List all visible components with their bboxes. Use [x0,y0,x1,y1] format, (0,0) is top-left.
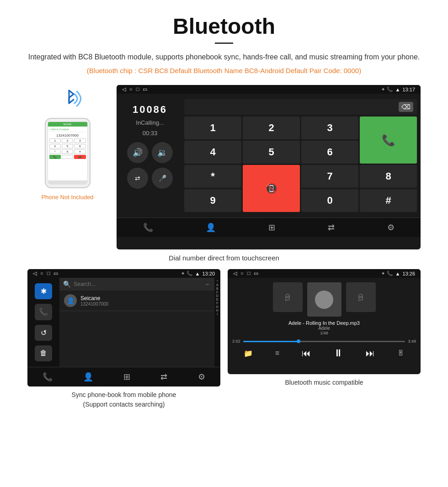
phonebook-search-row: 🔍 ← [59,278,214,291]
pb-sync-icon[interactable]: ↺ [35,325,52,341]
pb-nav-settings[interactable]: ⚙ [198,372,205,382]
key-8[interactable]: 8 [360,165,417,188]
key-hash[interactable]: # [360,189,417,212]
alpha-a: A [216,283,219,286]
phone-key-4: 4 [49,144,61,148]
phone-key-5: 5 [62,144,73,148]
phonebook-status-bar: ◁ ○ □ ▭ ⌖ 📞 ▲ 13:20 [27,269,220,278]
phonebook-search-input[interactable] [74,281,203,287]
volume-up-btn[interactable]: 🔊 [127,142,148,163]
pb-status-nav: ◁ ○ □ ▭ [33,270,58,276]
music-time-current: 2:02 [232,339,240,344]
in-calling-label: InCalling... [136,119,164,126]
contact-number: 13241007000 [80,302,210,307]
music-info: Adele - Rolling In the Deep.mp3 Adele 1/… [232,320,416,335]
key-0[interactable]: 0 [301,189,358,212]
nav-transfer-icon[interactable]: ⇄ [328,222,335,233]
dial-input-row: ⌫ [184,99,417,115]
music-status-time: 13:26 [402,271,415,276]
pb-status-time: 13:20 [202,271,215,276]
phone-key-hash: # [74,149,85,154]
phonebook-contact-item[interactable]: 👤 Seicane 13241007000 [59,291,214,311]
nav-contacts-icon[interactable]: 👤 [206,222,216,233]
music-caption: Bluetooth music compatible [285,378,363,387]
transfer-btn[interactable]: ⇄ [127,168,148,189]
contact-info: Seicane 13241007000 [80,295,210,307]
recents-nav-icon: □ [136,86,139,92]
music-artist: Adele [232,326,416,331]
album-art-left [273,282,303,312]
call-btn[interactable]: 📞 [360,116,417,164]
pb-recents-icon: □ [47,270,50,276]
progress-track[interactable] [243,341,405,342]
phonebook-caption: Sync phone-book from mobile phone(Suppor… [72,390,176,409]
pb-call-icon-btn[interactable]: 📞 [35,304,52,320]
pb-nav-contacts[interactable]: 👤 [83,372,93,382]
volume-down-btn[interactable]: 🔉 [152,142,173,163]
music-play-pause-icon[interactable]: ⏸ [333,347,343,359]
music-equalizer-icon[interactable]: 🎚 [397,349,405,357]
music-home-icon: ○ [240,270,244,276]
key-5[interactable]: 5 [243,141,300,164]
pb-bluetooth-icon[interactable]: ✱ [35,283,52,299]
status-bar: ◁ ○ □ ▭ ⌖ 📞 ▲ 13:17 [117,85,421,94]
phone-key-6: 6 [74,144,85,148]
phone-not-included-label: Phone Not Included [41,194,93,201]
phone-key-extra [62,155,73,159]
key-3[interactable]: 3 [301,116,358,139]
alpha-index: * A B C D E F G H I [214,278,220,367]
progress-bar: 2:02 3:49 [232,339,416,344]
music-folder-icon[interactable]: 📁 [244,349,253,358]
key-2[interactable]: 2 [243,116,300,139]
nav-grid-icon[interactable]: ⊞ [268,222,275,233]
music-next-icon[interactable]: ⏭ [366,348,375,359]
music-status-right: ⌖ 📞 ▲ 13:26 [382,270,415,276]
pb-nav-grid[interactable]: ⊞ [123,372,130,382]
phonebook-screenshot-box: ◁ ○ □ ▭ ⌖ 📞 ▲ 13:20 ✱ [27,269,220,409]
pb-nav-calls[interactable]: 📞 [43,372,53,382]
title-section: Bluetooth Integrated with BC8 Bluetooth … [27,14,421,76]
pb-back-arrow[interactable]: ← [205,281,211,287]
notification-icon: ▭ [143,86,147,92]
music-screenshot-box: ◁ ○ □ ▭ ⌖ 📞 ▲ 13:26 [228,269,421,409]
pb-delete-icon[interactable]: 🗑 [35,345,52,361]
nav-calls-icon[interactable]: 📞 [143,222,153,233]
backspace-btn[interactable]: ⌫ [399,102,413,112]
alpha-g: G [216,305,219,308]
nav-settings-icon[interactable]: ⚙ [387,222,395,233]
key-1[interactable]: 1 [184,116,241,139]
pb-call-icon: 📞 [187,270,193,276]
call-icon: 📞 [387,86,393,92]
phone-key-2: 2 [62,138,73,143]
music-list-icon[interactable]: ≡ [275,349,279,357]
progress-fill [243,341,300,342]
phone-key-1: 1 [49,138,61,143]
music-prev-icon[interactable]: ⏮ [302,348,311,359]
music-albums-row [232,282,416,317]
end-call-btn[interactable]: 📵 [243,165,300,212]
phone-screen-header: MORE [48,122,87,127]
key-7[interactable]: 7 [301,165,358,188]
status-right-icons: ⌖ 📞 ▲ 13:17 [382,86,415,92]
mic-btn[interactable]: 🎤 [152,168,173,189]
key-star[interactable]: * [184,165,241,188]
key-6[interactable]: 6 [301,141,358,164]
pb-nav-transfer[interactable]: ⇄ [160,372,167,382]
alpha-c: C [216,291,219,294]
location-icon: ⌖ [382,86,384,92]
pb-home-icon: ○ [40,270,43,276]
pb-notif-icon: ▭ [53,270,58,276]
pb-wifi-icon: ▲ [195,271,200,276]
key-9[interactable]: 9 [184,189,241,212]
music-notif-icon: ▭ [254,270,258,276]
add-contact-label: + Add to Contacts [49,128,86,132]
pb-search-icon: 🔍 [63,281,71,288]
alpha-f: F [216,302,219,305]
phone-key-star: * [49,149,61,154]
phone-key-end: 📵 [74,155,85,159]
phone-keypad-grid: 1 2 3 4 5 6 * 0 # 📞 📵 [49,138,86,159]
phonebook-sidebar: ✱ 📞 ↺ 🗑 [27,278,59,367]
key-4[interactable]: 4 [184,141,241,164]
status-nav-icons: ◁ ○ □ ▭ [122,86,147,92]
music-screen: ◁ ○ □ ▭ ⌖ 📞 ▲ 13:26 [228,269,421,374]
